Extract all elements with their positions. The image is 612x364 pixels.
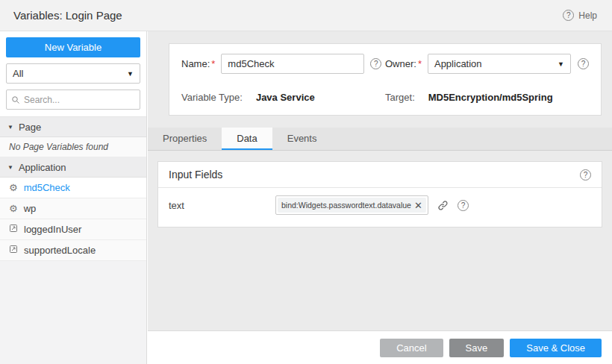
field-name-label: text bbox=[169, 200, 275, 211]
variable-search bbox=[6, 90, 140, 110]
owner-field-group: Owner:* Application ▼ ? bbox=[385, 54, 589, 74]
name-help-icon[interactable]: ? bbox=[370, 58, 381, 69]
target-label: Target: bbox=[385, 92, 415, 103]
variable-type-label: Variable Type: bbox=[181, 92, 243, 103]
field-help-icon[interactable]: ? bbox=[458, 200, 469, 211]
sidebar-controls: New Variable All ▼ bbox=[0, 31, 146, 117]
variable-type-value: Java Service bbox=[256, 92, 315, 103]
help-button[interactable]: ? Help bbox=[563, 10, 597, 21]
variable-item-label: wp bbox=[24, 203, 37, 214]
name-label: Name:* bbox=[181, 58, 215, 69]
required-asterisk: * bbox=[418, 58, 422, 69]
sidebar-item-supportedlocale[interactable]: supportedLocale bbox=[0, 240, 146, 261]
variable-item-label: loggedInUser bbox=[24, 224, 81, 235]
service-variable-icon: ⚙ bbox=[9, 183, 18, 192]
target-value: MD5Encryption/md5Spring bbox=[428, 92, 553, 103]
model-variable-icon bbox=[9, 245, 18, 256]
collapse-icon: ▼ bbox=[7, 124, 13, 131]
variable-filter-value: All bbox=[13, 68, 23, 79]
variables-dialog: Variables: Login Page ? Help New Variabl… bbox=[0, 0, 612, 364]
tab-properties[interactable]: Properties bbox=[148, 128, 222, 150]
input-fields-panel: Input Fields ? text bind:Widgets.passwor… bbox=[157, 161, 602, 228]
save-and-close-button[interactable]: Save & Close bbox=[510, 339, 602, 357]
section-page-label: Page bbox=[19, 122, 41, 133]
service-variable-icon: ⚙ bbox=[9, 204, 18, 213]
section-page[interactable]: ▼ Page bbox=[0, 117, 146, 137]
save-button[interactable]: Save bbox=[449, 339, 505, 357]
sidebar-item-wp[interactable]: ⚙ wp bbox=[0, 198, 146, 219]
input-field-row: text bind:Widgets.passwordtext.datavalue… bbox=[169, 195, 591, 215]
sidebar-item-loggedinuser[interactable]: loggedInUser bbox=[0, 219, 146, 240]
variable-item-label: supportedLocale bbox=[24, 245, 96, 256]
binding-expression: bind:Widgets.passwordtext.datavalue bbox=[281, 201, 411, 210]
dialog-footer: Cancel Save Save & Close bbox=[148, 330, 612, 364]
owner-value: Application bbox=[434, 58, 482, 69]
owner-select[interactable]: Application ▼ bbox=[428, 54, 571, 74]
variable-form: Name:* ? Owner:* Application ▼ ? Variabl… bbox=[169, 43, 602, 116]
detail-tabs: Properties Data Events bbox=[148, 128, 612, 151]
input-fields-title: Input Fields bbox=[169, 169, 222, 181]
model-variable-icon bbox=[9, 224, 18, 235]
variable-type-group: Variable Type: Java Service bbox=[181, 92, 385, 103]
page-title: Variables: Login Page bbox=[13, 9, 122, 22]
new-variable-button[interactable]: New Variable bbox=[6, 37, 140, 57]
search-input[interactable] bbox=[24, 95, 140, 105]
tab-data[interactable]: Data bbox=[222, 128, 272, 150]
variable-filter-select[interactable]: All ▼ bbox=[6, 63, 140, 84]
page-empty-message: No Page Variables found bbox=[0, 137, 146, 157]
variables-sidebar: New Variable All ▼ ▼ Page No Page Variab… bbox=[0, 31, 147, 364]
chevron-down-icon: ▼ bbox=[558, 60, 564, 68]
variable-item-label: md5Check bbox=[24, 182, 70, 193]
sidebar-item-md5check[interactable]: ⚙ md5Check bbox=[0, 178, 146, 198]
dialog-header: Variables: Login Page ? Help bbox=[0, 0, 612, 31]
name-field-group: Name:* ? bbox=[181, 54, 385, 74]
variable-detail-panel: Name:* ? Owner:* Application ▼ ? Variabl… bbox=[148, 31, 612, 330]
search-icon bbox=[11, 95, 20, 104]
help-icon: ? bbox=[563, 10, 574, 21]
owner-help-icon[interactable]: ? bbox=[578, 58, 589, 69]
bind-link-icon[interactable] bbox=[437, 200, 449, 211]
binding-chip: bind:Widgets.passwordtext.datavalue ✕ bbox=[278, 198, 426, 213]
section-application[interactable]: ▼ Application bbox=[0, 157, 146, 178]
target-group: Target: MD5Encryption/md5Spring bbox=[385, 92, 589, 103]
help-label: Help bbox=[578, 10, 597, 21]
remove-binding-icon[interactable]: ✕ bbox=[414, 201, 422, 210]
section-application-label: Application bbox=[19, 162, 66, 173]
collapse-icon: ▼ bbox=[7, 164, 13, 171]
name-input[interactable] bbox=[221, 54, 364, 74]
tab-events[interactable]: Events bbox=[272, 128, 332, 150]
owner-label: Owner:* bbox=[385, 58, 422, 69]
required-asterisk: * bbox=[211, 58, 215, 69]
chevron-down-icon: ▼ bbox=[127, 70, 134, 78]
input-fields-help-icon[interactable]: ? bbox=[580, 169, 591, 181]
binding-input[interactable]: bind:Widgets.passwordtext.datavalue ✕ bbox=[275, 195, 428, 215]
cancel-button[interactable]: Cancel bbox=[380, 339, 443, 357]
